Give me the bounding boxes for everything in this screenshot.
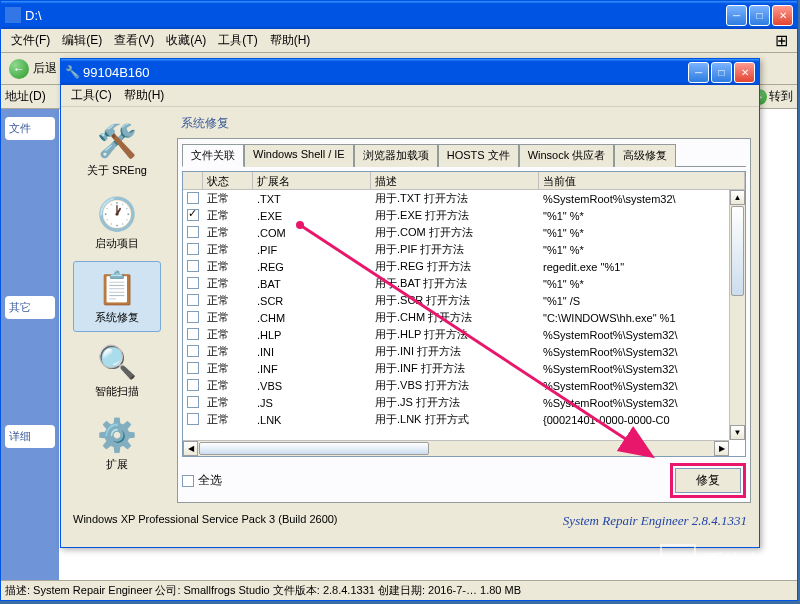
footer-app-info: System Repair Engineer 2.8.4.1331 [563,513,747,529]
row-desc: 用于.JS 打开方法 [371,395,539,410]
dialog-menu-tools[interactable]: 工具(C) [65,85,118,106]
tab-5[interactable]: 高级修复 [614,144,676,167]
menu-tools[interactable]: 工具(T) [212,30,263,51]
table-row[interactable]: 正常.LNK用于.LNK 打开方式{00021401-0000-0000-C0 [183,411,745,428]
row-checkbox[interactable] [187,379,199,391]
row-status: 正常 [203,361,253,376]
sidebar-box-other[interactable]: 其它 [5,296,55,319]
row-ext: .JS [253,397,371,409]
minimize-button[interactable]: ─ [726,5,747,26]
row-checkbox[interactable] [187,413,199,425]
menu-view[interactable]: 查看(V) [108,30,160,51]
dialog-close-button[interactable]: ✕ [734,62,755,83]
sidebar-item-check[interactable]: 📋系统修复 [73,261,161,332]
table-row[interactable]: 正常.BAT用于.BAT 打开方法"%1" %* [183,275,745,292]
list-body: 正常.TXT用于.TXT 打开方法%SystemRoot%\system32\正… [183,190,745,456]
row-checkbox[interactable] [187,243,199,255]
tab-4[interactable]: Winsock 供应者 [519,144,615,167]
explorer-sidebar: 文件 其它 详细 [1,109,59,600]
row-ext: .INF [253,363,371,375]
row-ext: .BAT [253,278,371,290]
select-all-label: 全选 [198,472,222,489]
row-checkbox[interactable] [187,328,199,340]
sidebar-box-detail[interactable]: 详细 [5,425,55,448]
menu-edit[interactable]: 编辑(E) [56,30,108,51]
file-assoc-list: 状态 扩展名 描述 当前值 正常.TXT用于.TXT 打开方法%SystemRo… [182,171,746,457]
table-row[interactable]: 正常.VBS用于.VBS 打开方法%SystemRoot%\System32\ [183,377,745,394]
bottom-row: 全选 修复 [182,463,746,498]
back-label: 后退 [33,60,57,77]
scroll-thumb-v[interactable] [731,206,744,296]
table-row[interactable]: 正常.CHM用于.CHM 打开方法"C:\WINDOWS\hh.exe" %1 [183,309,745,326]
row-status: 正常 [203,191,253,206]
row-checkbox[interactable] [187,396,199,408]
table-row[interactable]: 正常.TXT用于.TXT 打开方法%SystemRoot%\system32\ [183,190,745,207]
scroll-left-button[interactable]: ◀ [183,441,198,456]
row-checkbox[interactable] [187,345,199,357]
table-row[interactable]: 正常.HLP用于.HLP 打开方法%SystemRoot%\System32\ [183,326,745,343]
table-row[interactable]: 正常.COM用于.COM 打开方法"%1" %* [183,224,745,241]
menu-help[interactable]: 帮助(H) [264,30,317,51]
select-all-checkbox[interactable]: 全选 [182,472,222,489]
tab-1[interactable]: Windows Shell / IE [244,144,354,167]
table-row[interactable]: 正常.PIF用于.PIF 打开方法"%1" %* [183,241,745,258]
col-checkbox[interactable] [183,172,203,189]
tab-3[interactable]: HOSTS 文件 [438,144,519,167]
sidebar-box-files[interactable]: 文件 [5,117,55,140]
table-row[interactable]: 正常.SCR用于.SCR 打开方法"%1" /S [183,292,745,309]
dialog-footer: Windows XP Professional Service Pack 3 (… [61,507,759,535]
dialog-sidebar: 🛠️关于 SREng🕐启动项目📋系统修复🔍智能扫描⚙️扩展 [61,107,173,507]
table-row[interactable]: 正常.INF用于.INF 打开方法%SystemRoot%\System32\ [183,360,745,377]
col-value[interactable]: 当前值 [539,172,745,189]
menu-favorites[interactable]: 收藏(A) [160,30,212,51]
maximize-button[interactable]: □ [749,5,770,26]
row-status: 正常 [203,412,253,427]
scroll-down-button[interactable]: ▼ [730,425,745,440]
dialog-title: 99104B160 [83,65,688,80]
horizontal-scrollbar[interactable]: ◀ ▶ [183,440,729,456]
dialog-maximize-button[interactable]: □ [711,62,732,83]
dialog-minimize-button[interactable]: ─ [688,62,709,83]
vertical-scrollbar[interactable]: ▲ ▼ [729,190,745,440]
tab-0[interactable]: 文件关联 [182,144,244,167]
row-ext: .VBS [253,380,371,392]
table-row[interactable]: 正常.INI用于.INI 打开方法%SystemRoot%\System32\ [183,343,745,360]
sidebar-item-about[interactable]: 🛠️关于 SREng [73,115,161,184]
col-description[interactable]: 描述 [371,172,539,189]
window-controls: ─ □ ✕ [726,5,793,26]
row-checkbox[interactable] [187,209,199,221]
row-checkbox[interactable] [187,260,199,272]
sidebar-item-clock[interactable]: 🕐启动项目 [73,188,161,257]
row-checkbox[interactable] [187,311,199,323]
scroll-thumb-h[interactable] [199,442,429,455]
dialog-body: 🛠️关于 SREng🕐启动项目📋系统修复🔍智能扫描⚙️扩展 系统修复 文件关联W… [61,107,759,507]
sidebar-item-search[interactable]: 🔍智能扫描 [73,336,161,405]
menu-file[interactable]: 文件(F) [5,30,56,51]
back-button[interactable]: ← 后退 [9,59,57,79]
table-row[interactable]: 正常.REG用于.REG 打开方法regedit.exe "%1" [183,258,745,275]
table-row[interactable]: 正常.JS用于.JS 打开方法%SystemRoot%\System32\ [183,394,745,411]
repair-button[interactable]: 修复 [675,468,741,493]
scroll-right-button[interactable]: ▶ [714,441,729,456]
sidebar-item-gear[interactable]: ⚙️扩展 [73,409,161,478]
tab-2[interactable]: 浏览器加载项 [354,144,438,167]
row-checkbox[interactable] [187,294,199,306]
row-ext: .CHM [253,312,371,324]
close-button[interactable]: ✕ [772,5,793,26]
row-val: "%1" %* [539,227,745,239]
row-checkbox[interactable] [187,362,199,374]
sreng-dialog: 🔧 99104B160 ─ □ ✕ 工具(C) 帮助(H) 🛠️关于 SREng… [60,58,760,548]
scroll-up-button[interactable]: ▲ [730,190,745,205]
section-box: 文件关联Windows Shell / IE浏览器加载项HOSTS 文件Wins… [177,138,751,503]
sidebar-label: 智能扫描 [95,384,139,399]
col-status[interactable]: 状态 [203,172,253,189]
checkbox-icon [182,475,194,487]
dialog-menu-help[interactable]: 帮助(H) [118,85,171,106]
col-extension[interactable]: 扩展名 [253,172,371,189]
row-checkbox[interactable] [187,277,199,289]
row-checkbox[interactable] [187,226,199,238]
row-checkbox[interactable] [187,192,199,204]
row-desc: 用于.BAT 打开方法 [371,276,539,291]
row-status: 正常 [203,276,253,291]
table-row[interactable]: 正常.EXE用于.EXE 打开方法"%1" %* [183,207,745,224]
